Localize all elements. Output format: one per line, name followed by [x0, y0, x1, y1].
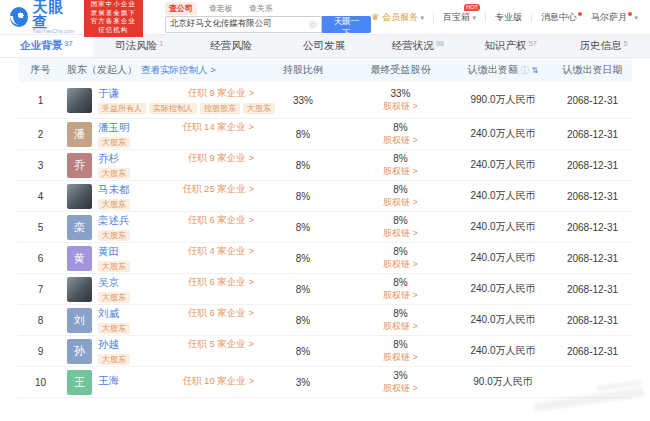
positions-count-link[interactable]: 任职 14 家企业 > [182, 121, 254, 134]
search-tab-boss[interactable]: 查老板 [205, 2, 237, 15]
col-header-shareholder: 股东（发起人） 查看实际控制人 > [63, 63, 258, 77]
tianyancha-logo[interactable]: 天眼查 TianYanCha.com [10, 0, 76, 35]
shareholder-name-link[interactable]: 潘玉明 [98, 121, 130, 135]
beneficiary-share: 8% [352, 277, 449, 289]
menu-user-account[interactable]: 马尔萨月 ▾ [591, 11, 638, 24]
shareholder-name-link[interactable]: 马未都 [98, 183, 130, 197]
positions-count-link[interactable]: 任职 4 家企业 > [188, 245, 254, 258]
menu-pro-version[interactable]: 专业版 [495, 11, 522, 24]
subscribed-date: 2068-12-31 [553, 129, 632, 140]
equity-chain-link[interactable]: 股权链 > [352, 134, 449, 146]
positions-count-link[interactable]: 任职 25 家企业 > [182, 183, 254, 196]
tab-3[interactable]: 公司发展 [279, 35, 372, 57]
equity-chain-link[interactable]: 股权链 > [352, 351, 449, 363]
table-row: 3 乔 乔杉 任职 9 家企业 > 大股东 8% 8% 股权链 > 240.0万… [18, 150, 632, 181]
shareholder-name-link[interactable]: 于谦 [98, 87, 119, 101]
shareholder-photo[interactable] [67, 88, 92, 113]
search-type-tabs: 查公司 查老板 查关系 [165, 2, 372, 15]
search-tab-company[interactable]: 查公司 [165, 2, 197, 15]
equity-chain-link[interactable]: 股权链 > [352, 320, 449, 332]
search-tab-relation[interactable]: 查关系 [245, 2, 277, 15]
shareholder-name-link[interactable]: 刘威 [98, 307, 119, 321]
table-row: 9 孙 孙越 任职 5 家企业 > 大股东 8% 8% 股权链 > 240.0万… [18, 336, 632, 367]
shareholder-avatar[interactable]: 潘 [67, 122, 92, 147]
shareholder-photo[interactable] [67, 277, 92, 302]
gov-certification-badge: 国家中小企业发展基金旗下 官方备案企业征信机构 [84, 0, 143, 37]
equity-chain-link[interactable]: 股权链 > [352, 289, 449, 301]
shareholder-tags: 大股东 [98, 261, 254, 272]
holding-ratio: 8% [258, 346, 348, 357]
tab-4[interactable]: 经营状况98 [371, 35, 464, 57]
sort-icon[interactable]: ⇅ [531, 66, 538, 75]
shareholder-avatar[interactable]: 黄 [67, 246, 92, 271]
equity-chain-link[interactable]: 股权链 > [352, 100, 449, 112]
logo-text: 天眼查 [32, 0, 75, 29]
shareholder-name-link[interactable]: 吴京 [98, 276, 119, 290]
shareholder-avatar[interactable]: 孙 [67, 339, 92, 364]
positions-count-link[interactable]: 任职 6 家企业 > [188, 276, 254, 289]
shareholder-name-link[interactable]: 王海 [98, 374, 119, 388]
equity-chain-link[interactable]: 股权链 > [352, 258, 449, 270]
shareholder-tags: 大股东 [98, 199, 254, 210]
positions-count-link[interactable]: 任职 5 家企业 > [188, 338, 254, 351]
tab-6[interactable]: 历史信息5 [557, 35, 650, 57]
tab-5[interactable]: 知识产权57 [464, 35, 557, 57]
holding-ratio: 33% [258, 95, 348, 106]
shareholder-name-link[interactable]: 乔杉 [98, 152, 119, 166]
positions-count-link[interactable]: 任职 9 家企业 > [188, 87, 254, 100]
equity-chain-link[interactable]: 股权链 > [352, 382, 449, 394]
menu-vip-services[interactable]: ♛ 会员服务 ▾ [371, 11, 424, 24]
beneficiary-share: 33% [352, 88, 449, 100]
row-seq: 3 [18, 160, 63, 171]
shareholder-photo[interactable] [67, 184, 92, 209]
positions-count-link[interactable]: 任职 9 家企业 > [188, 152, 254, 165]
table-header-row: 序号 股东（发起人） 查看实际控制人 > 持股比例 最终受益股份 认缴出资额 ⓘ… [18, 58, 632, 82]
menu-toolbox[interactable]: HOT 百宝箱 ▾ [443, 11, 476, 24]
equity-chain-link[interactable]: 股权链 > [352, 227, 449, 239]
menu-message-center[interactable]: 消息中心 [541, 11, 582, 24]
shareholder-name-link[interactable]: 黄田 [98, 245, 119, 259]
holding-ratio: 3% [258, 377, 348, 388]
col-header-ratio: 持股比例 [258, 63, 348, 77]
info-icon[interactable]: ⓘ [521, 66, 529, 75]
subscribed-amount: 240.0万人民币 [453, 344, 553, 358]
shareholder-tag: 大股东 [98, 230, 130, 241]
chevron-down-icon: ▾ [420, 14, 424, 21]
search-button[interactable]: 天眼一下 [322, 16, 372, 33]
subscribed-date: 2068-12-31 [553, 191, 632, 202]
positions-count-link[interactable]: 任职 6 家企业 > [188, 214, 254, 227]
search-input[interactable]: 北京好马文化传媒有限公司 ◎ [165, 16, 322, 33]
subscribed-date: 2068-12-31 [553, 95, 632, 106]
subscribed-amount: 990.0万人民币 [453, 93, 553, 107]
table-body: 1 于谦 任职 9 家企业 > 受益所有人实际控制人控股股东大股东 33% 33… [18, 82, 632, 398]
positions-count-link[interactable]: 任职 10 家企业 > [182, 375, 254, 388]
camera-search-icon[interactable]: ◎ [309, 19, 317, 29]
tab-1[interactable]: 司法风险1 [93, 35, 186, 57]
table-row: 4 马未都 任职 25 家企业 > 大股东 8% 8% 股权链 > 240.0万… [18, 181, 632, 212]
subscribed-date: 2068-12-31 [553, 222, 632, 233]
shareholder-name-link[interactable]: 孙越 [98, 338, 119, 352]
equity-chain-link[interactable]: 股权链 > [352, 196, 449, 208]
shareholder-tag: 大股东 [98, 168, 130, 179]
view-actual-controller-link[interactable]: 查看实际控制人 > [141, 64, 216, 77]
shareholder-tags: 大股东 [98, 292, 254, 303]
tab-0[interactable]: 企业背景37 [0, 35, 93, 57]
shareholder-tag: 大股东 [98, 292, 130, 303]
shareholder-avatar[interactable]: 乔 [67, 153, 92, 178]
tab-2[interactable]: 经营风险 [186, 35, 279, 57]
shareholder-name-link[interactable]: 栾述兵 [98, 214, 130, 228]
row-seq: 8 [18, 315, 63, 326]
row-seq: 4 [18, 191, 63, 202]
shareholder-avatar[interactable]: 王 [67, 370, 92, 395]
chevron-down-icon: ▾ [634, 14, 638, 21]
table-row: 10 王 王海 任职 10 家企业 > 3% 3% 股权链 > 90.0万人民币 [18, 367, 632, 398]
divider [433, 13, 434, 22]
shareholder-avatar[interactable]: 栾 [67, 215, 92, 240]
equity-chain-link[interactable]: 股权链 > [352, 165, 449, 177]
beneficiary-share: 8% [352, 339, 449, 351]
shareholder-tags: 大股东 [98, 230, 254, 241]
beneficiary-share: 3% [352, 370, 449, 382]
hot-badge: HOT [464, 4, 480, 11]
shareholder-avatar[interactable]: 刘 [67, 308, 92, 333]
positions-count-link[interactable]: 任职 6 家企业 > [188, 307, 254, 320]
